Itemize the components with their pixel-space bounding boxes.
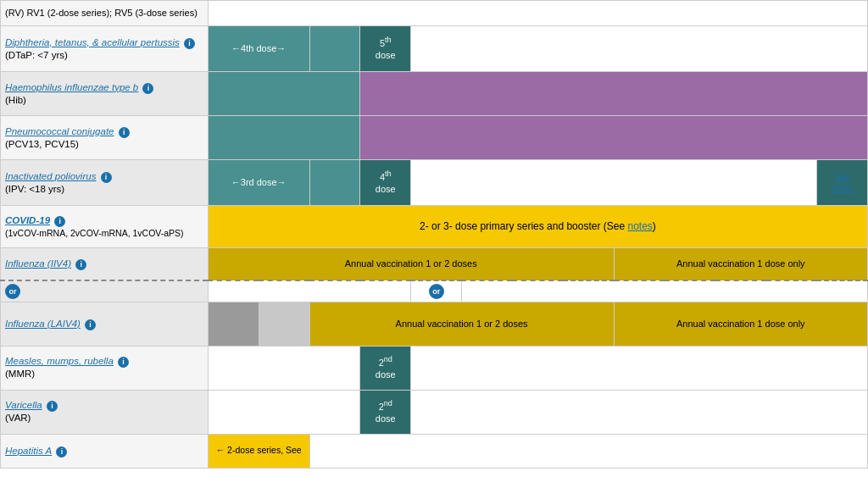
mmr-white-right — [411, 346, 868, 390]
hib-info-icon[interactable]: i — [142, 83, 153, 94]
pcv-info-icon[interactable]: i — [119, 127, 130, 138]
dtap-col3 — [309, 26, 360, 72]
hib-purple — [360, 72, 868, 116]
varicella-2nd-num: 2nd — [379, 402, 392, 412]
hepa-row: Hepatitis A i ← 2-dose series, See — [1, 434, 868, 468]
laiv4-annual-label: Annual vaccination 1 or 2 doses — [396, 319, 528, 329]
hepa-white-right — [309, 434, 867, 468]
rv-label: (RV) RV1 (2-dose series); RV5 (3-dose se… — [5, 8, 198, 18]
varicella-vaccine-cell: Varicella i (VAR) — [1, 390, 209, 434]
ipv-4th-num: 4th — [380, 172, 392, 182]
laiv4-gray1 — [208, 302, 259, 346]
hib-link[interactable]: Haemophilus influenzae type b — [5, 82, 138, 92]
varicella-white-left — [208, 390, 360, 434]
or-left-empty — [208, 280, 410, 302]
ipv-sub: (IPV: <18 yrs) — [5, 184, 64, 194]
laiv4-row: Influenza (LAIV4) i Annual vaccination 1… — [1, 302, 868, 346]
varicella-link[interactable]: Varicella — [5, 400, 42, 410]
ipv-see-notes: Seenotes — [816, 160, 867, 206]
or-divider-row: or or — [1, 280, 868, 302]
varicella-white-right — [411, 390, 868, 434]
ipv-4th-super: th — [385, 169, 392, 178]
pcv-link[interactable]: Pneumococcal conjugate — [5, 126, 114, 136]
mmr-vaccine-cell: Measles, mumps, rubella i (MMR) — [1, 346, 209, 390]
dtap-remaining — [411, 26, 868, 72]
iiv4-link[interactable]: Influenza (IIV4) — [5, 258, 71, 269]
mmr-info-icon[interactable]: i — [118, 357, 129, 368]
ipv-4th-dose-label: dose — [376, 184, 396, 194]
hepa-vaccine-cell: Hepatitis A i — [1, 434, 209, 468]
hepa-2dose-label: ← 2-dose series, See — [216, 445, 302, 455]
hib-teal-left — [208, 72, 360, 116]
covid-data: 2- or 3- dose primary series and booster… — [208, 206, 867, 248]
covid-row: COVID-19 i (1vCOV-mRNA, 2vCOV-mRNA, 1vCO… — [1, 206, 868, 248]
ipv-row: Inactivated poliovirus i (IPV: <18 yrs) … — [1, 160, 868, 206]
iiv4-annual-1-2: Annual vaccination 1 or 2 doses — [208, 248, 614, 280]
dtap-4th-dose: ←4th dose→ — [208, 26, 309, 72]
mmr-white-left — [208, 346, 360, 390]
mmr-2nd-num: 2nd — [379, 358, 392, 368]
laiv4-link[interactable]: Influenza (LAIV4) — [5, 319, 81, 329]
hib-vaccine-cell: Haemophilus influenzae type b i (Hib) — [1, 72, 209, 116]
ipv-3rd-dose: ←3rd dose→ — [208, 160, 309, 206]
ipv-col3 — [309, 160, 360, 206]
varicella-2nd-dose-label: dose — [376, 413, 396, 424]
laiv4-vaccine-cell: Influenza (LAIV4) i — [1, 302, 209, 346]
or-badge: or — [5, 284, 20, 299]
dtap-link[interactable]: Diphtheria, tetanus, & acellular pertuss… — [5, 37, 180, 47]
hib-sub: (Hib) — [5, 95, 26, 105]
pcv-vaccine-cell: Pneumococcal conjugate i (PCV13, PCV15) — [1, 116, 209, 160]
dtap-info-icon[interactable]: i — [184, 38, 195, 49]
dtap-4th-label: ←4th dose→ — [231, 43, 286, 53]
dtap-5th-num: 5th — [380, 38, 392, 48]
iiv4-info-icon[interactable]: i — [75, 259, 86, 270]
pcv-purple — [360, 116, 868, 160]
ipv-white — [411, 160, 817, 206]
dtap-vaccine-cell: Diphtheria, tetanus, & acellular pertuss… — [1, 26, 209, 72]
varicella-sub: (VAR) — [5, 413, 31, 423]
covid-sub: (1vCOV-mRNA, 2vCOV-mRNA, 1vCOV-aPS) — [5, 228, 184, 238]
laiv4-annual-1-2: Annual vaccination 1 or 2 doses — [309, 302, 614, 346]
rv-vaccine-cell: (RV) RV1 (2-dose series); RV5 (3-dose se… — [1, 1, 209, 26]
hepa-2dose: ← 2-dose series, See — [208, 434, 309, 468]
dtap-row: Diphtheria, tetanus, & acellular pertuss… — [1, 26, 868, 72]
covid-notes-link[interactable]: notes — [627, 220, 652, 232]
mmr-2nd-dose: 2nd dose — [360, 346, 411, 390]
dtap-5th-super: th — [385, 36, 392, 44]
mmr-2nd-dose-label: dose — [376, 369, 396, 380]
iiv4-annual-only-label: Annual vaccination 1 dose only — [676, 258, 805, 269]
dtap-5th-dose-label: dose — [376, 50, 396, 60]
iiv4-annual-label: Annual vaccination 1 or 2 doses — [345, 258, 477, 269]
pcv-row: Pneumococcal conjugate i (PCV13, PCV15) — [1, 116, 868, 160]
ipv-4th-dose: 4th dose — [360, 160, 411, 206]
hepa-info-icon[interactable]: i — [56, 446, 67, 458]
covid-info-icon[interactable]: i — [54, 216, 65, 227]
covid-link[interactable]: COVID-19 — [5, 215, 50, 225]
varicella-2nd-super: nd — [384, 399, 392, 408]
ipv-vaccine-cell: Inactivated poliovirus i (IPV: <18 yrs) — [1, 160, 209, 206]
mmr-link[interactable]: Measles, mumps, rubella — [5, 356, 114, 366]
laiv4-info-icon[interactable]: i — [85, 319, 96, 330]
mmr-row: Measles, mumps, rubella i (MMR) 2nd dose — [1, 346, 868, 390]
vaccination-schedule-table: (RV) RV1 (2-dose series); RV5 (3-dose se… — [0, 0, 868, 469]
ipv-notes-link[interactable]: Seenotes — [832, 173, 852, 193]
pcv-teal-left — [208, 116, 360, 160]
hib-row: Haemophilus influenzae type b i (Hib) — [1, 72, 868, 116]
ipv-link[interactable]: Inactivated poliovirus — [5, 171, 96, 181]
or-badge-data: or — [429, 284, 444, 299]
or-vaccine-cell: or — [1, 280, 209, 302]
covid-text: 2- or 3- dose primary series and booster… — [420, 220, 627, 232]
varicella-info-icon[interactable]: i — [47, 401, 58, 412]
dtap-5th-dose: 5th dose — [360, 26, 411, 72]
rv-row: (RV) RV1 (2-dose series); RV5 (3-dose se… — [1, 1, 868, 26]
laiv4-annual-only-label: Annual vaccination 1 dose only — [676, 319, 805, 329]
varicella-2nd-dose: 2nd dose — [360, 390, 411, 434]
ipv-info-icon[interactable]: i — [101, 172, 112, 183]
covid-vaccine-cell: COVID-19 i (1vCOV-mRNA, 2vCOV-mRNA, 1vCO… — [1, 206, 209, 248]
covid-text2: ) — [653, 220, 656, 232]
laiv4-gray2 — [259, 302, 309, 346]
varicella-row: Varicella i (VAR) 2nd dose — [1, 390, 868, 434]
or-right-empty — [462, 280, 868, 302]
mmr-sub: (MMR) — [5, 369, 35, 379]
hepa-link[interactable]: Hepatitis A — [5, 446, 52, 456]
